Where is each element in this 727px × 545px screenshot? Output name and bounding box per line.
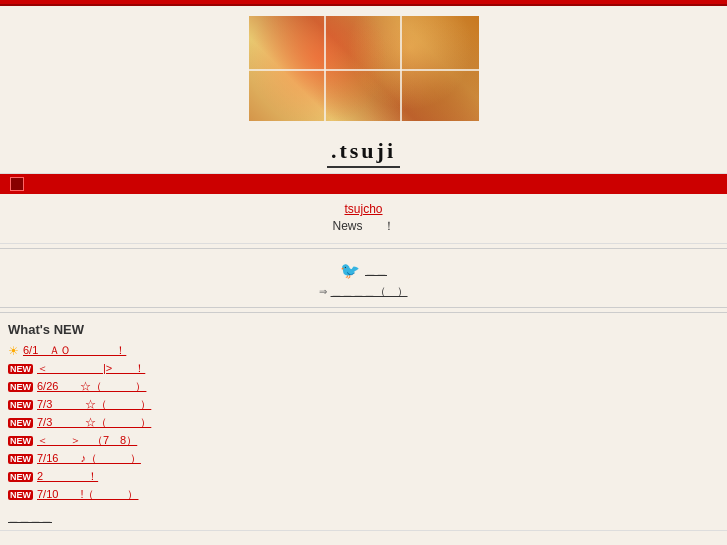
small-link-area: ⇒ ＿＿＿＿（ ） bbox=[0, 284, 727, 299]
breadcrumb-line: tsujcho bbox=[0, 202, 727, 216]
news-item: NEW 7/3 ☆（ ） bbox=[8, 397, 719, 412]
paren-link[interactable]: ＿＿＿＿（ ） bbox=[331, 285, 408, 297]
logo-image-container bbox=[249, 16, 479, 126]
site-logo-text: .tsuji bbox=[327, 138, 400, 168]
whats-new-section: What's NEW ☀ 6/1 ＡＯ ！ NEW ＜ |> ！ NEW 6/2… bbox=[0, 317, 727, 531]
news-item: NEW 7/10 !（ ） bbox=[8, 487, 719, 502]
separator-1 bbox=[0, 248, 727, 249]
footer-underline: ＿＿＿＿ bbox=[8, 510, 719, 525]
footer-line-text: ＿＿＿＿ bbox=[8, 511, 52, 523]
news-badge: NEW bbox=[8, 490, 33, 500]
news-item-link[interactable]: 7/16 ♪（ ） bbox=[37, 451, 141, 466]
news-item-link[interactable]: 2 ！ bbox=[37, 469, 98, 484]
news-item-link[interactable]: ＜ ＞ （7 8） bbox=[37, 433, 137, 448]
breadcrumb-label[interactable]: tsujcho bbox=[344, 202, 382, 216]
nav-bar bbox=[0, 174, 727, 194]
news-item: NEW 6/26 ☆（ ） bbox=[8, 379, 719, 394]
news-badge: NEW bbox=[8, 436, 33, 446]
small-arrow: ⇒ bbox=[319, 286, 327, 297]
news-label: News bbox=[332, 219, 362, 233]
separator-2 bbox=[0, 312, 727, 313]
whats-new-title: What's NEW bbox=[8, 322, 719, 337]
news-item-link[interactable]: 7/3 ☆（ ） bbox=[37, 415, 151, 430]
food-image-hdivider bbox=[249, 69, 479, 71]
news-item: NEW 7/16 ♪（ ） bbox=[8, 451, 719, 466]
news-badge: NEW bbox=[8, 382, 33, 392]
bird-link-text[interactable]: ＿＿ bbox=[365, 263, 387, 278]
news-item-link[interactable]: ＜ |> ！ bbox=[37, 361, 145, 376]
food-image bbox=[249, 16, 479, 121]
news-spacer bbox=[366, 219, 379, 233]
news-item-link[interactable]: 7/10 !（ ） bbox=[37, 487, 138, 502]
news-badge: NEW bbox=[8, 472, 33, 482]
nav-icon bbox=[10, 177, 24, 191]
news-line: News ！ bbox=[0, 218, 727, 235]
news-items-list: ☀ 6/1 ＡＯ ！ NEW ＜ |> ！ NEW 6/26 ☆（ ） NEW … bbox=[8, 343, 719, 502]
news-badge: NEW bbox=[8, 454, 33, 464]
news-item-link[interactable]: 6/1 ＡＯ ！ bbox=[23, 343, 126, 358]
news-item-link[interactable]: 6/26 ☆（ ） bbox=[37, 379, 146, 394]
header: .tsuji bbox=[0, 6, 727, 174]
news-badge: NEW bbox=[8, 400, 33, 410]
bird-icon-area: 🐦 ＿＿ bbox=[340, 261, 387, 280]
news-item: ☀ 6/1 ＡＯ ！ bbox=[8, 343, 719, 358]
food-image-dividers bbox=[249, 16, 479, 121]
news-item-link[interactable]: 7/3 ☆（ ） bbox=[37, 397, 151, 412]
news-item: NEW ＜ |> ！ bbox=[8, 361, 719, 376]
news-item: NEW ＜ ＞ （7 8） bbox=[8, 433, 719, 448]
news-exclamation: ！ bbox=[383, 219, 395, 233]
news-badge: NEW bbox=[8, 418, 33, 428]
middle-section: 🐦 ＿＿ ⇒ ＿＿＿＿（ ） bbox=[0, 253, 727, 308]
news-item: NEW 7/3 ☆（ ） bbox=[8, 415, 719, 430]
news-badge: NEW bbox=[8, 364, 33, 374]
sun-icon: ☀ bbox=[8, 344, 19, 358]
breadcrumb-area: tsujcho News ！ bbox=[0, 194, 727, 244]
bird-icon: 🐦 bbox=[340, 261, 360, 280]
news-item: NEW 2 ！ bbox=[8, 469, 719, 484]
